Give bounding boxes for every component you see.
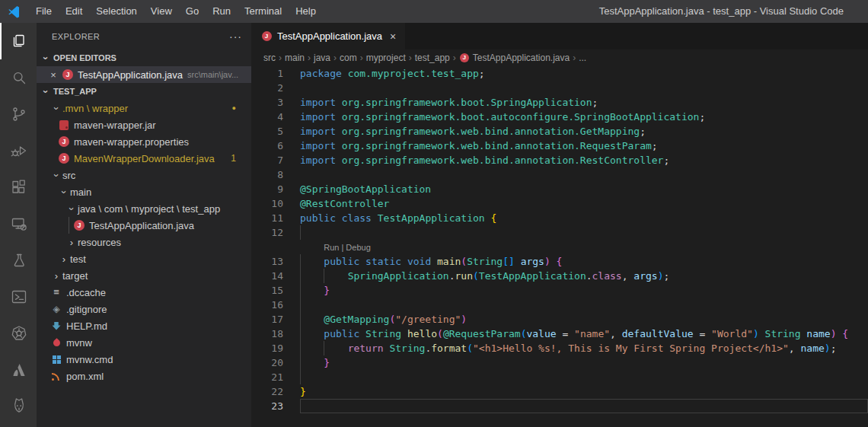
java-file-icon: J — [58, 152, 70, 164]
breadcrumb-main[interactable]: main — [285, 53, 305, 63]
line-number: 11 — [251, 211, 283, 225]
code-line-content[interactable]: public String hello(@RequestParam(value … — [300, 327, 868, 341]
code-line-6: 6import org.springframework.web.bind.ann… — [251, 139, 868, 153]
code-line-22: 22} — [251, 384, 868, 399]
tree-item-help-md[interactable]: HELP.md — [37, 317, 251, 334]
tree-item-mvn-wrapper[interactable]: ›.mvn \ wrapper● — [37, 100, 251, 116]
tree-item-maven-wrapper-properties[interactable]: Jmaven-wrapper.properties — [37, 133, 251, 150]
breadcrumb-testappapplication-java[interactable]: JTestAppApplication.java — [459, 53, 570, 63]
code-line-content[interactable]: public class TestAppApplication { — [300, 211, 868, 225]
menu-view[interactable]: View — [144, 0, 179, 23]
menu-terminal[interactable]: Terminal — [238, 0, 289, 23]
tab-testappapplication[interactable]: J TestAppApplication.java × — [251, 23, 405, 49]
breadcrumb-test-app[interactable]: test_app — [415, 53, 450, 63]
window-title: TestAppApplication.java - test_app - Vis… — [599, 0, 844, 23]
indent-guide — [300, 370, 301, 384]
close-icon[interactable]: × — [47, 69, 59, 81]
tree-item-maven-wrapper-jar[interactable]: maven-wrapper.jar — [37, 116, 251, 133]
chevron-down-icon: › — [66, 202, 78, 215]
code-line-content[interactable]: SpringApplication.run(TestAppApplication… — [300, 269, 868, 283]
code-line-content[interactable]: package com.myproject.test_app; — [300, 66, 868, 81]
breadcrumb-java[interactable]: java — [314, 53, 330, 63]
code-line-content[interactable]: import org.springframework.boot.autoconf… — [300, 110, 868, 124]
open-editors-section[interactable]: › OPEN EDITORS — [37, 49, 251, 66]
tree-item-pom-xml[interactable]: pom.xml — [37, 368, 251, 384]
activitybar-powershell-icon[interactable] — [0, 279, 37, 315]
code-line-content[interactable]: @SpringBootApplication — [300, 182, 868, 196]
code-line-content[interactable] — [300, 81, 868, 95]
menu-edit[interactable]: Edit — [59, 0, 89, 23]
activitybar-kubernetes-icon[interactable] — [0, 315, 37, 352]
code-line-content[interactable]: import org.springframework.web.bind.anno… — [300, 139, 868, 153]
code-line-content[interactable] — [300, 225, 868, 240]
code-line-content[interactable]: public static void main(String[] args) { — [300, 254, 868, 269]
tree-item-label: .mvn \ wrapper — [62, 103, 128, 114]
line-number: 2 — [251, 81, 283, 95]
breadcrumb-src[interactable]: src — [263, 53, 276, 63]
chevron-right-icon: › — [308, 53, 311, 63]
code-line-content[interactable]: @RestController — [300, 196, 868, 211]
tree-item-mvnw[interactable]: mvnw — [37, 334, 251, 351]
tab-close-icon[interactable]: × — [390, 30, 396, 43]
tree-item-mavenwrapperdownloader-java[interactable]: JMavenWrapperDownloader.java1 — [37, 150, 251, 167]
line-number: 15 — [251, 283, 283, 298]
tree-item-java-com-myproject-test-app[interactable]: ›java \ com \ myproject \ test_app — [37, 200, 251, 217]
menu-file[interactable]: File — [29, 0, 59, 23]
code-line-content[interactable] — [300, 167, 868, 182]
line-number: 5 — [251, 124, 283, 139]
activitybar-extensions-icon[interactable] — [0, 169, 37, 206]
code-line-content[interactable]: import org.springframework.web.bind.anno… — [300, 124, 868, 139]
activitybar-search-icon[interactable] — [0, 59, 37, 96]
tree-item-gitignore[interactable]: ◈.gitignore — [37, 301, 251, 317]
code-area[interactable]: 1package com.myproject.test_app;23import… — [251, 66, 868, 427]
tree-item-dccache[interactable]: ≡.dccache — [37, 284, 251, 301]
breadcrumb-com[interactable]: com — [340, 53, 357, 63]
code-line-content[interactable]: } — [300, 384, 868, 399]
open-editor-item[interactable]: × J TestAppApplication.java src\main\jav… — [37, 66, 251, 83]
code-line-content[interactable]: return String.format("<h1>Hello %s!, Thi… — [300, 341, 868, 355]
code-line-19: 19 return String.format("<h1>Hello %s!, … — [251, 341, 868, 355]
activitybar-remote-explorer-icon[interactable] — [0, 206, 37, 242]
menu-go[interactable]: Go — [179, 0, 206, 23]
activitybar-explorer-icon[interactable] — [0, 23, 37, 59]
code-line-content[interactable]: } — [300, 355, 868, 370]
code-line-content[interactable]: @GetMapping("/greeting") — [300, 312, 868, 327]
activitybar-snyk-icon[interactable] — [0, 388, 37, 425]
activitybar-source-control-icon[interactable] — [0, 96, 37, 132]
tree-item-mvnw-cmd[interactable]: mvnw.cmd — [37, 351, 251, 368]
menu-selection[interactable]: Selection — [89, 0, 143, 23]
workspace-section[interactable]: › TEST_APP — [37, 83, 251, 100]
explorer-title: EXPLORER — [52, 32, 100, 41]
open-editor-path: src\main\jav... — [187, 70, 238, 79]
code-line-content[interactable]: import org.springframework.boot.SpringAp… — [300, 95, 868, 110]
tree-item-target[interactable]: ›target — [37, 267, 251, 284]
codelens-run-debug[interactable]: Run | Debug — [300, 241, 371, 254]
tree-item-main[interactable]: ›main — [37, 183, 251, 200]
breadcrumb-myproject[interactable]: myproject — [366, 53, 406, 63]
tree-item-label: mvnw — [66, 337, 92, 349]
tree-item-label: .gitignore — [66, 304, 107, 315]
code-line-content[interactable] — [300, 298, 868, 312]
menu-help[interactable]: Help — [289, 0, 323, 23]
activitybar-run-and-debug-icon[interactable] — [0, 132, 37, 169]
tree-item-testappapplication-java[interactable]: JTestAppApplication.java — [37, 217, 251, 234]
code-line-11: 11public class TestAppApplication { — [251, 211, 868, 225]
tree-item-resources[interactable]: ›resources — [37, 234, 251, 250]
java-file-icon: J — [260, 30, 273, 43]
code-line-content[interactable]: } — [300, 283, 868, 298]
explorer-actions-icon[interactable]: ··· — [229, 30, 242, 43]
menu-run[interactable]: Run — [206, 0, 238, 23]
problems-badge: 1 — [231, 153, 236, 164]
line-number: 22 — [251, 384, 283, 399]
activitybar-testing-icon[interactable] — [0, 242, 37, 279]
tree-item-test[interactable]: ›test — [37, 250, 251, 267]
activitybar-atlassian-icon[interactable] — [0, 352, 37, 388]
code-line-16: 16 — [251, 298, 868, 312]
tree-item-src[interactable]: ›src — [37, 167, 251, 183]
code-line-content[interactable]: import org.springframework.web.bind.anno… — [300, 153, 868, 167]
line-number: 6 — [251, 139, 283, 153]
code-line-content[interactable] — [300, 370, 868, 384]
breadcrumb-[interactable]: ... — [579, 53, 586, 63]
code-line-content[interactable] — [300, 399, 868, 413]
tree-item-label: mvnw.cmd — [66, 354, 113, 365]
